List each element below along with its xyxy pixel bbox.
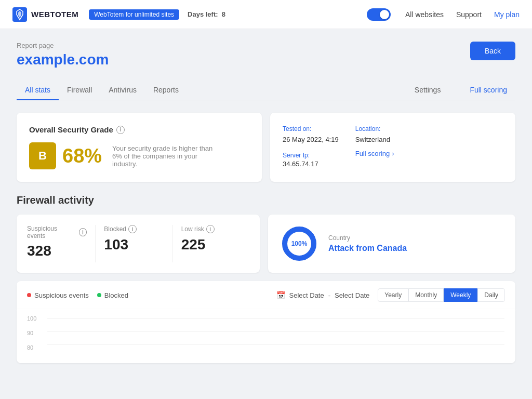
y-label-90: 90 <box>27 330 43 336</box>
tested-on-value: 26 May 2022, 4:19 <box>283 136 339 143</box>
period-daily[interactable]: Daily <box>477 288 505 302</box>
tab-all-stats[interactable]: All stats <box>17 81 59 100</box>
legend-suspicious-dot <box>27 293 31 297</box>
grade-letter: B <box>29 142 56 169</box>
logo-text: WEBTOTEM <box>31 10 78 19</box>
period-buttons: Yearly Monthly Weekly Daily <box>378 288 505 302</box>
firewall-stats-card: Suspicious events i 328 Blocked i 103 Lo… <box>17 215 260 273</box>
toggle-knob <box>380 10 389 19</box>
tabs-bar: All stats Firewall Antivirus Reports Set… <box>17 81 515 100</box>
nav-all-websites[interactable]: All websites <box>405 10 444 19</box>
grade-percent: 68% <box>62 145 102 167</box>
server-ip-label: Server Ip: <box>283 152 339 159</box>
title-area: Report page example.com <box>17 42 109 68</box>
period-weekly[interactable]: Weekly <box>444 288 477 302</box>
legend-blocked-dot <box>97 293 101 297</box>
chart-y-axis: 100 90 80 <box>27 313 43 355</box>
logo-area: WEBTOTEM <box>12 7 78 22</box>
tested-on-section: Tested on: 26 May 2022, 4:19 Server Ip: … <box>283 125 339 169</box>
chart-content: 100 90 80 <box>27 313 505 355</box>
header: WEBTOTEM WebTotem for unlimited sites Da… <box>0 0 532 29</box>
location-section: Location: Switzerland Full scoring › <box>355 125 394 169</box>
low-risk-stat: Low risk i 225 <box>173 225 249 262</box>
blocked-info-icon[interactable]: i <box>128 225 137 233</box>
tab-full-scoring[interactable]: Full scoring <box>461 81 515 100</box>
location-label: Location: <box>355 125 394 132</box>
tab-firewall[interactable]: Firewall <box>59 81 100 100</box>
report-label: Report page <box>17 42 109 49</box>
tabs-left: All stats Firewall Antivirus Reports <box>17 81 406 100</box>
overview-cards-row: Overall Security Grade i B 68% Your secu… <box>17 113 515 182</box>
days-left: Days left: 8 <box>188 10 225 18</box>
donut-chart: 100% <box>281 225 318 262</box>
grade-info-icon[interactable]: i <box>116 126 125 134</box>
site-info-card: Tested on: 26 May 2022, 4:19 Server Ip: … <box>270 113 515 182</box>
blocked-value: 103 <box>104 236 164 253</box>
chart-legend: Suspicious events Blocked <box>27 291 276 299</box>
full-scoring-link[interactable]: Full scoring › <box>355 150 394 157</box>
server-ip-value: 34.65.74.17 <box>283 160 339 168</box>
grade-row: B 68% Your security grade is higher than… <box>29 142 249 169</box>
y-label-100: 100 <box>27 315 43 322</box>
date-start[interactable]: Select Date <box>289 291 324 299</box>
country-attack-card: 100% Country Attack from Canada <box>268 215 515 273</box>
blocked-stat: Blocked i 103 <box>96 225 172 262</box>
country-section-label: Country <box>328 234 407 242</box>
chevron-right-icon: › <box>392 150 394 157</box>
webtotem-logo-icon <box>12 7 27 22</box>
firewall-stats-row: Suspicious events i 328 Blocked i 103 Lo… <box>17 215 515 273</box>
legend-blocked-label: Blocked <box>104 291 128 299</box>
period-monthly[interactable]: Monthly <box>408 288 444 302</box>
site-title: example.com <box>17 51 109 68</box>
nav-support[interactable]: Support <box>456 10 482 19</box>
security-grade-card: Overall Security Grade i B 68% Your secu… <box>17 113 262 182</box>
low-risk-value: 225 <box>181 236 241 253</box>
suspicious-info-icon[interactable]: i <box>79 228 87 236</box>
date-range-selector: 📅 Select Date - Select Date <box>276 291 370 299</box>
calendar-icon[interactable]: 📅 <box>276 291 285 299</box>
donut-percent-label: 100% <box>291 240 308 247</box>
promo-badge[interactable]: WebTotem for unlimited sites <box>89 9 179 20</box>
low-risk-info-icon[interactable]: i <box>206 225 215 233</box>
date-separator: - <box>328 291 330 299</box>
legend-suspicious-label: Suspicious events <box>34 291 89 299</box>
firewall-section-title: Firewall activity <box>17 194 515 206</box>
nav-my-plan[interactable]: My plan <box>494 10 520 19</box>
chart-svg <box>47 313 505 355</box>
suspicious-events-value: 328 <box>27 243 87 259</box>
title-row: Report page example.com Back <box>17 42 515 68</box>
low-risk-label: Low risk i <box>181 225 241 233</box>
tab-settings[interactable]: Settings <box>406 81 449 100</box>
header-nav: All websites Support My plan <box>405 10 520 19</box>
blocked-label: Blocked i <box>104 225 164 233</box>
back-button[interactable]: Back <box>470 42 515 60</box>
chart-controls: Suspicious events Blocked 📅 Select Date … <box>17 281 515 309</box>
grade-description: Your security grade is higher than 6% of… <box>112 144 216 168</box>
chart-area: 100 90 80 <box>17 309 515 363</box>
legend-blocked: Blocked <box>97 291 128 299</box>
tabs-right: Settings Full scoring <box>406 81 515 100</box>
toggle-switch[interactable] <box>367 8 391 21</box>
date-end[interactable]: Select Date <box>335 291 369 299</box>
suspicious-events-stat: Suspicious events i 328 <box>27 225 96 262</box>
country-attack-value: Attack from Canada <box>328 244 407 253</box>
suspicious-events-label: Suspicious events i <box>27 225 87 240</box>
country-info: Country Attack from Canada <box>328 234 407 253</box>
tab-antivirus[interactable]: Antivirus <box>100 81 145 100</box>
legend-suspicious: Suspicious events <box>27 291 89 299</box>
period-yearly[interactable]: Yearly <box>378 288 408 302</box>
location-value: Switzerland <box>355 136 394 143</box>
tested-on-label: Tested on: <box>283 125 339 132</box>
grade-title: Overall Security Grade i <box>29 125 249 134</box>
tab-reports[interactable]: Reports <box>145 81 187 100</box>
y-label-80: 80 <box>27 344 43 351</box>
page-body: Report page example.com Back All stats F… <box>0 29 532 376</box>
